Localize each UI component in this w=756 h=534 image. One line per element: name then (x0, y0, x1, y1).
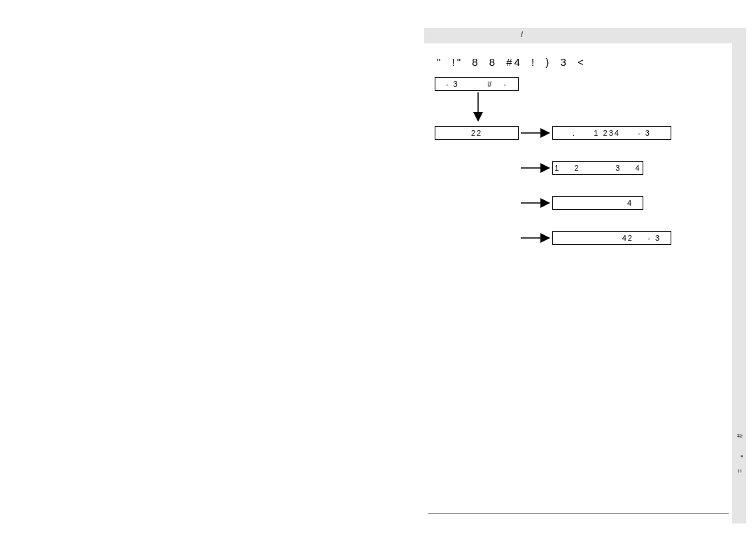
side-mark-1: # (736, 434, 743, 440)
box-b: 22 (435, 126, 519, 140)
footer-rule (428, 513, 729, 514)
box-c: . 1 234 - 3 (552, 126, 671, 140)
diagram-title: " !" 8 8 #4 ! ) 3 < (437, 56, 586, 68)
svg-marker-9 (540, 233, 550, 243)
box-f: 42 - 3 (552, 231, 671, 245)
arrow-right-icon (521, 163, 550, 173)
svg-marker-1 (473, 112, 483, 122)
box-e: 4 (552, 196, 643, 210)
svg-marker-3 (540, 128, 550, 138)
arrow-right-icon (521, 233, 550, 243)
svg-marker-5 (540, 163, 550, 173)
arrow-right-icon (521, 128, 550, 138)
side-bar (732, 28, 746, 524)
side-mark-3: = (736, 469, 743, 475)
box-d: 1 2 3 4 (552, 161, 643, 175)
svg-marker-7 (540, 198, 550, 208)
box-a: - 3 # - (435, 77, 519, 91)
header-label: / (424, 30, 620, 38)
arrow-down-icon (473, 92, 483, 123)
arrow-right-icon (521, 198, 550, 208)
side-mark-2: " (736, 455, 743, 459)
page-panel: / " !" 8 8 #4 ! ) 3 < - 3 # - 22 . 1 234… (424, 28, 746, 524)
